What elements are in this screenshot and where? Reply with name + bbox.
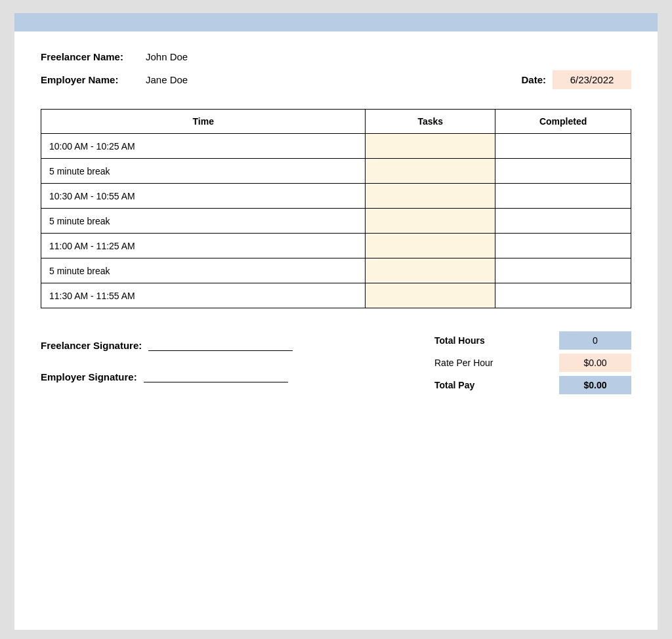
cell-time: 5 minute break — [41, 258, 366, 283]
cell-time: 11:30 AM - 11:55 AM — [41, 283, 366, 308]
total-hours-row: Total Hours 0 — [434, 331, 631, 350]
employer-name-value: Jane Doe — [146, 74, 188, 85]
cell-completed — [495, 258, 631, 283]
info-section: Freelancer Name: John Doe Employer Name:… — [41, 51, 631, 89]
table-row: 5 minute break — [41, 209, 631, 234]
page: Freelancer Name: John Doe Employer Name:… — [14, 13, 658, 630]
freelancer-signature-row: Freelancer Signature: — [41, 338, 293, 351]
cell-time: 5 minute break — [41, 209, 366, 234]
content: Freelancer Name: John Doe Employer Name:… — [14, 31, 658, 435]
cell-tasks — [366, 234, 495, 258]
date-group: Date: 6/23/2022 — [521, 70, 631, 89]
cell-tasks — [366, 134, 495, 159]
freelancer-signature-line — [148, 338, 293, 351]
cell-time: 11:00 AM - 11:25 AM — [41, 234, 366, 258]
cell-time: 10:00 AM - 10:25 AM — [41, 134, 366, 159]
table-row: 5 minute break — [41, 159, 631, 184]
col-header-completed: Completed — [495, 110, 631, 134]
table-row: 11:00 AM - 11:25 AM — [41, 234, 631, 258]
timesheet-table: Time Tasks Completed 10:00 AM - 10:25 AM… — [41, 109, 631, 308]
employer-date-row: Employer Name: Jane Doe Date: 6/23/2022 — [41, 70, 631, 89]
cell-time: 5 minute break — [41, 159, 366, 184]
employer-signature-row: Employer Signature: — [41, 369, 293, 382]
cell-completed — [495, 234, 631, 258]
cell-completed — [495, 184, 631, 209]
totals: Total Hours 0 Rate Per Hour $0.00 Total … — [434, 331, 631, 396]
total-pay-value: $0.00 — [559, 376, 631, 394]
cell-completed — [495, 159, 631, 184]
employer-name-label: Employer Name: — [41, 74, 146, 85]
cell-completed — [495, 134, 631, 159]
cell-tasks — [366, 159, 495, 184]
cell-tasks — [366, 184, 495, 209]
header-bar — [14, 13, 658, 31]
col-header-tasks: Tasks — [366, 110, 495, 134]
cell-completed — [495, 283, 631, 308]
rate-value: $0.00 — [559, 354, 631, 372]
signatures: Freelancer Signature: Employer Signature… — [41, 331, 293, 382]
summary-section: Freelancer Signature: Employer Signature… — [41, 331, 631, 409]
employer-signature-line — [144, 369, 288, 382]
table-row: 5 minute break — [41, 258, 631, 283]
freelancer-signature-label: Freelancer Signature: — [41, 340, 142, 351]
cell-time: 10:30 AM - 10:55 AM — [41, 184, 366, 209]
freelancer-name-label: Freelancer Name: — [41, 51, 146, 62]
cell-completed — [495, 209, 631, 234]
rate-label: Rate Per Hour — [434, 358, 503, 368]
table-row: 10:00 AM - 10:25 AM — [41, 134, 631, 159]
freelancer-row: Freelancer Name: John Doe — [41, 51, 631, 62]
cell-tasks — [366, 209, 495, 234]
total-hours-label: Total Hours — [434, 335, 495, 346]
employer-signature-label: Employer Signature: — [41, 371, 137, 382]
table-row: 10:30 AM - 10:55 AM — [41, 184, 631, 209]
total-pay-label: Total Pay — [434, 380, 484, 390]
col-header-time: Time — [41, 110, 366, 134]
freelancer-name-value: John Doe — [146, 51, 188, 62]
rate-row: Rate Per Hour $0.00 — [434, 354, 631, 372]
date-label: Date: — [521, 74, 546, 85]
date-value: 6/23/2022 — [553, 70, 631, 89]
cell-tasks — [366, 283, 495, 308]
total-pay-row: Total Pay $0.00 — [434, 376, 631, 394]
total-hours-value: 0 — [559, 331, 631, 350]
cell-tasks — [366, 258, 495, 283]
table-row: 11:30 AM - 11:55 AM — [41, 283, 631, 308]
